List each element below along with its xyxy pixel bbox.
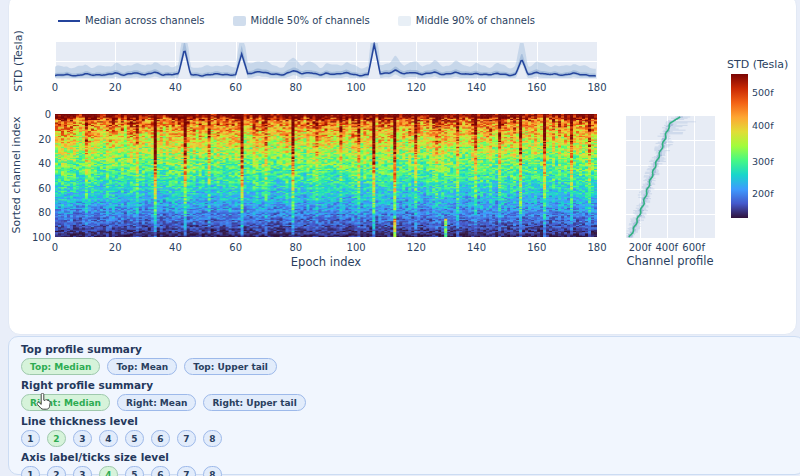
button-4[interactable]: 4: [99, 466, 118, 476]
button-top-mean[interactable]: Top: Mean: [107, 358, 177, 375]
axis-tick-label: 40: [169, 242, 182, 253]
button-8[interactable]: 8: [203, 430, 222, 447]
axis-tick-label: 160: [527, 242, 546, 253]
button-1[interactable]: 1: [21, 430, 40, 447]
axis-tick-label: 100: [27, 232, 51, 243]
axis-tick-label: 60: [229, 82, 242, 93]
button-7[interactable]: 7: [177, 430, 196, 447]
legend-band-swatch-icon: [233, 16, 246, 26]
colorbar-tick-label: 300f: [752, 156, 773, 167]
control-button-row: 12345678: [21, 466, 792, 476]
button-5[interactable]: 5: [125, 466, 144, 476]
control-button-row: Top: MedianTop: MeanTop: Upper tail: [21, 358, 792, 375]
legend-item-label: Middle 90% of channels: [416, 15, 535, 26]
colorbar-tick-label: 400f: [752, 120, 773, 131]
axis-tick-label: 80: [27, 207, 51, 218]
legend-item-mid50[interactable]: Middle 50% of channels: [233, 15, 370, 26]
axis-tick-label: 600f: [682, 242, 705, 253]
legend-band-swatch-icon: [398, 16, 411, 26]
button-7[interactable]: 7: [177, 466, 196, 476]
heatmap-y-axis-label: Sorted channel index: [10, 117, 23, 234]
button-right-mean[interactable]: Right: Mean: [117, 394, 196, 411]
axis-tick-label: 140: [467, 242, 486, 253]
axis-tick-label: 160: [527, 82, 546, 93]
chart-legend: Median across channelsMiddle 50% of chan…: [58, 15, 535, 26]
legend-line-swatch-icon: [58, 20, 80, 22]
heatmap-x-axis-label: Epoch index: [291, 255, 361, 269]
legend-item-mid90[interactable]: Middle 90% of channels: [398, 15, 535, 26]
axis-tick-label: 0: [52, 242, 58, 253]
axis-tick-label: 40: [169, 82, 182, 93]
button-top-upper-tail[interactable]: Top: Upper tail: [184, 358, 277, 375]
controls-panel: Top profile summaryTop: MedianTop: MeanT…: [8, 336, 800, 475]
top-profile-chart[interactable]: [55, 42, 597, 79]
axis-tick-label: 80: [290, 82, 303, 93]
legend-item-median[interactable]: Median across channels: [58, 15, 205, 26]
button-1[interactable]: 1: [21, 466, 40, 476]
button-6[interactable]: 6: [151, 466, 170, 476]
axis-tick-label: 20: [109, 82, 122, 93]
button-right-upper-tail[interactable]: Right: Upper tail: [203, 394, 305, 411]
axis-tick-label: 40: [27, 158, 51, 169]
axis-tick-label: 180: [587, 242, 606, 253]
button-2[interactable]: 2: [47, 430, 66, 447]
control-group-label: Axis label/ticks size level: [21, 451, 792, 463]
axis-tick-label: 60: [27, 183, 51, 194]
axis-tick-label: 200f: [629, 242, 652, 253]
button-right-median[interactable]: Right: Median: [21, 394, 110, 411]
axis-tick-label: 20: [27, 134, 51, 145]
page: Median across channelsMiddle 50% of chan…: [0, 0, 800, 476]
button-3[interactable]: 3: [73, 430, 92, 447]
button-2[interactable]: 2: [47, 466, 66, 476]
channel-profile-title: Channel profile: [626, 254, 713, 268]
control-button-row: Right: MedianRight: MeanRight: Upper tai…: [21, 394, 792, 411]
epoch-channel-heatmap[interactable]: [55, 114, 597, 237]
legend-item-label: Median across channels: [85, 15, 205, 26]
button-3[interactable]: 3: [73, 466, 92, 476]
control-group-label: Top profile summary: [21, 343, 792, 355]
charts-area: Median across channelsMiddle 50% of chan…: [0, 6, 800, 339]
button-top-median[interactable]: Top: Median: [21, 358, 100, 375]
axis-tick-label: 120: [407, 82, 426, 93]
legend-item-label: Middle 50% of channels: [251, 15, 370, 26]
axis-tick-label: 100: [347, 82, 366, 93]
axis-tick-label: 60: [229, 242, 242, 253]
button-8[interactable]: 8: [203, 466, 222, 476]
axis-tick-label: 0: [52, 82, 58, 93]
axis-tick-label: 100: [347, 242, 366, 253]
colorbar-gradient: [731, 74, 748, 218]
control-button-row: 12345678: [21, 430, 792, 447]
control-group-label: Line thickness level: [21, 415, 792, 427]
button-6[interactable]: 6: [151, 430, 170, 447]
colorbar-tick-label: 500f: [752, 87, 773, 98]
channel-profile-chart[interactable]: [626, 116, 715, 238]
axis-tick-label: 80: [290, 242, 303, 253]
axis-tick-label: 140: [467, 82, 486, 93]
axis-tick-label: 120: [407, 242, 426, 253]
control-group-label: Right profile summary: [21, 379, 792, 391]
colorbar-title: STD (Tesla): [727, 58, 788, 71]
axis-tick-label: 180: [587, 82, 606, 93]
colorbar-tick-label: 200f: [752, 188, 773, 199]
axis-tick-label: 0: [27, 109, 51, 120]
top-chart-y-axis-label: STD (Tesla): [12, 30, 25, 91]
button-4[interactable]: 4: [99, 430, 118, 447]
axis-tick-label: 400f: [655, 242, 678, 253]
button-5[interactable]: 5: [125, 430, 144, 447]
axis-tick-label: 20: [109, 242, 122, 253]
